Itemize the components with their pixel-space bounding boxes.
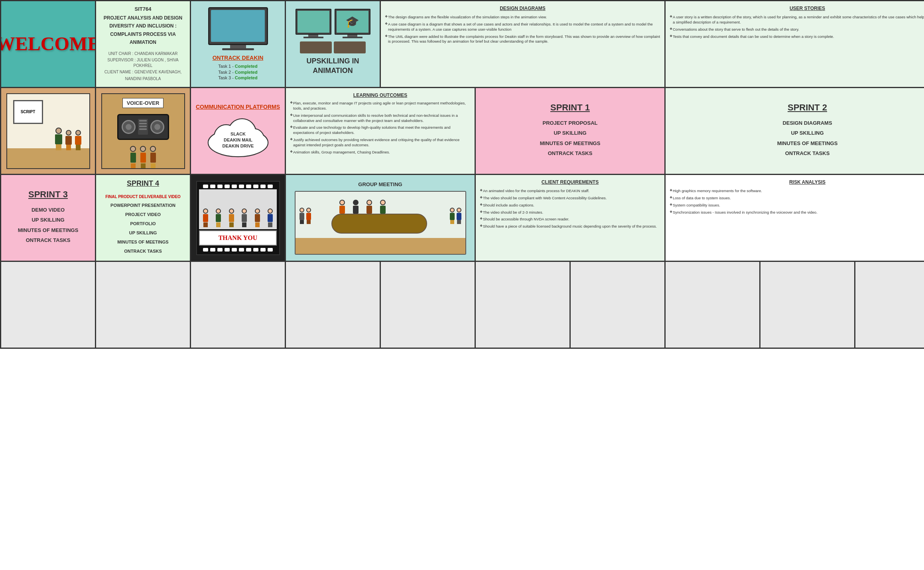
design-bullet3: The UML diagram were added to illustrate… <box>385 34 660 45</box>
client-bullet2: The video should be compliant with Web C… <box>480 196 660 201</box>
cloud-icon: SLACK DEAKIN MAIL DEAKIN DRIVE <box>202 115 274 159</box>
design-bullet1: The design diagrams are the flexible vis… <box>385 15 660 20</box>
design-diagrams-title: DESIGN DIAGRAMS <box>385 5 660 12</box>
task1-status: Completed <box>235 64 258 69</box>
script-cell: SCRIPT <box>1 88 95 174</box>
lo-bullet2: Use interpersonal and communication skil… <box>290 113 471 124</box>
ontrack-cell: ONTRACK DEAKIN Task 1 - Completed Task 2… <box>191 1 285 87</box>
group-meeting-title: GROUP MEETING <box>358 181 402 188</box>
lo-bullet1: Plan, execute, monitor and manage IT pro… <box>290 101 471 111</box>
sit764-subtitle3: COMPLAINTS PROCESS VIA <box>110 31 176 37</box>
sprint1-item2: UP SKILLING <box>554 130 586 137</box>
sprint2-item2: UP SKILLING <box>791 130 824 137</box>
lo-bullet3: Evaluate and use technology to develop h… <box>290 125 471 136</box>
welcome-text: WELCOME <box>1 31 95 57</box>
empty-cell-7 <box>571 262 664 348</box>
sprint4-item3: PROJECT VIDEO <box>125 212 161 218</box>
sprint4-item1: FINAL PRODUCT DELIVERABLE VIDEO <box>105 194 181 200</box>
sprint4-item5: UP SKILLING <box>129 230 157 236</box>
sprint3-item1: DEMO VIDEO <box>32 206 65 214</box>
risk-analysis-title: RISK ANALYSIS <box>670 179 924 185</box>
design-diagrams-cell: DESIGN DIAGRAMS The design diagrams are … <box>381 1 664 87</box>
lo-bullet5: Animation skills, Group management, Chas… <box>290 150 471 155</box>
sprint3-item3: MINUTES OF MEETINGS <box>18 227 79 234</box>
user-stories-bullet1: A user story is a written description of… <box>670 15 924 25</box>
welcome-cell: WELCOME <box>1 1 95 87</box>
sprint1-item4: ONTRACK TASKS <box>548 150 593 157</box>
risk-bullet3: System compatibility issues. <box>670 203 924 208</box>
empty-cell-5 <box>381 262 475 348</box>
risk-bullet4: Synchronization issues - Issues involved… <box>670 210 924 215</box>
upskilling-cell: 🎓 UPSKILLING IN ANIMATION <box>286 1 380 87</box>
sprint3-item2: UP SKILLING <box>32 216 64 224</box>
sprint1-title: SPRINT 1 <box>550 102 590 114</box>
client-name2: NANDINI PASBOLA <box>100 76 186 82</box>
sprint2-item4: ONTRACK TASKS <box>785 150 830 157</box>
user-stories-title: USER STORIES <box>670 5 924 12</box>
empty-cell-8 <box>666 262 759 348</box>
comm-platforms-cell: COMMUNICATION PLATFORMS SLACK DEAKIN MAI… <box>191 88 285 174</box>
sit764-cell: SIT764 PROJECT ANALYSIS AND DESIGN DIVER… <box>96 1 190 87</box>
sprint4-item2: POWERPOINT PRESENTATION <box>110 202 175 208</box>
user-stories-bullet3: Tests that convey and document details t… <box>670 34 924 39</box>
empty-cell-9 <box>760 262 854 348</box>
main-grid: WELCOME SIT764 PROJECT ANALYSIS AND DESI… <box>0 0 924 349</box>
sprint4-item4: PORTFOLIO <box>130 221 156 227</box>
sit764-subtitle1: PROJECT ANALYSIS AND DESIGN <box>104 15 182 21</box>
client-bullet1: An animated video for the complaints pro… <box>480 189 660 194</box>
empty-cell-1 <box>1 262 95 348</box>
task2-label: Task 2 - <box>218 70 235 75</box>
learning-outcomes-cell: LEARNING OUTCOMES Plan, execute, monitor… <box>286 88 475 174</box>
sprint4-item7: ONTRACK TASKS <box>124 248 162 254</box>
lo-title: LEARNING OUTCOMES <box>290 92 471 98</box>
voiceover-cell: VOICE-OVER <box>96 88 190 174</box>
user-stories-bullet2: Conversations about the story that serve… <box>670 27 924 32</box>
sit764-subtitle2: DIVERSITY AND INCLUSION : <box>109 23 177 29</box>
thankyou-text: THANK YOU <box>219 234 258 242</box>
platform3-text: DEAKIN DRIVE <box>222 143 254 148</box>
risk-bullet2: Loss of data due to system issues. <box>670 196 924 201</box>
client-bullet4: The video should be of 2-3 minutes. <box>480 210 660 215</box>
client-bullet5: Should be accessible through NVDA screen… <box>480 217 660 222</box>
client-bullet6: Should have a piece of suitable licensed… <box>480 224 660 229</box>
script-label: SCRIPT <box>13 100 43 124</box>
sprint3-cell: SPRINT 3 DEMO VIDEO UP SKILLING MINUTES … <box>1 175 95 261</box>
sprint2-item3: MINUTES OF MEETINGS <box>777 140 838 147</box>
client-req-title: CLIENT REQUIREMENTS <box>480 179 660 185</box>
ontrack-title: ONTRACK DEAKIN <box>213 55 264 61</box>
sit764-subtitle4: ANIMATION <box>130 39 156 45</box>
lo-bullet4: Justify achieved outcomes by providing r… <box>290 138 471 148</box>
client-bullet3: Should include audio captions. <box>480 203 660 208</box>
upskilling-title: UPSKILLING IN ANIMATION <box>290 57 376 75</box>
design-bullet2: A use case diagram is a diagram that sho… <box>385 22 660 32</box>
empty-cell-2 <box>96 262 190 348</box>
empty-cell-6 <box>476 262 569 348</box>
client-name: CLIENT NAME : GENEVIEVE KAVENAGH, <box>100 69 186 75</box>
thankyou-cell: THANK YOU <box>191 175 285 261</box>
sprint2-item1: DESIGN DIAGRAMS <box>782 120 832 127</box>
sprint4-cell: SPRINT 4 FINAL PRODUCT DELIVERABLE VIDEO… <box>96 175 190 261</box>
platform2-text: DEAKIN MAIL <box>223 138 252 142</box>
platform1-text: SLACK <box>231 132 246 136</box>
sprint1-item1: PROJECT PROPOSAL <box>543 120 598 127</box>
task2-status: Completed <box>235 70 258 75</box>
risk-analysis-cell: RISK ANALYSIS High graphics memory requi… <box>666 175 924 261</box>
client-req-cell: CLIENT REQUIREMENTS An animated video fo… <box>476 175 664 261</box>
sprint2-cell: SPRINT 2 DESIGN DIAGRAMS UP SKILLING MIN… <box>666 88 924 174</box>
sprint2-title: SPRINT 2 <box>788 102 827 114</box>
sprint4-item6: MINUTES OF MEETINGS <box>117 239 168 245</box>
user-stories-cell: USER STORIES A user story is a written d… <box>666 1 924 87</box>
task3-label: Task 3 - <box>218 75 235 80</box>
comm-title: COMMUNICATION PLATFORMS <box>196 103 280 111</box>
sit764-title: SIT764 <box>135 6 152 13</box>
risk-bullet1: High graphics memory requirements for th… <box>670 189 924 194</box>
empty-cell-10 <box>855 262 924 348</box>
sprint4-title: SPRINT 4 <box>127 179 159 188</box>
sprint3-title: SPRINT 3 <box>28 189 68 200</box>
sprint3-item4: ONTRACK TASKS <box>26 237 71 244</box>
unit-chair: UNIT CHAIR : CHANDAN KARMAKAR <box>100 51 186 57</box>
voiceover-label: VOICE-OVER <box>122 98 164 108</box>
task3-status: Completed <box>235 75 258 80</box>
sprint1-item3: MINUTES OF MEETINGS <box>540 140 601 147</box>
empty-cell-4 <box>286 262 380 348</box>
